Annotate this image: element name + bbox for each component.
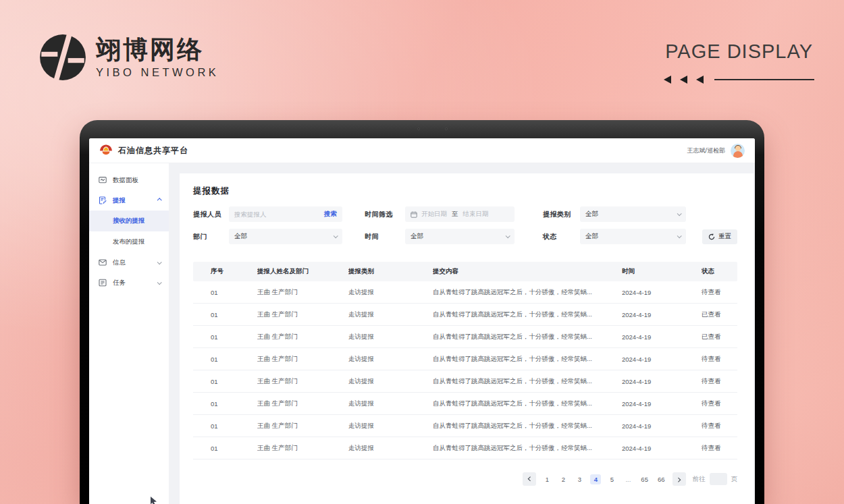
search-input[interactable] — [234, 211, 320, 218]
page-number[interactable]: 2 — [558, 474, 569, 484]
status-label: 状态 — [543, 232, 580, 242]
table-row[interactable]: 01王曲 生产部门走访提报自从青蛙得了跳高跳远冠军之后，十分骄傲，经常笑蜗...… — [193, 304, 737, 326]
cell-time: 2024-4-19 — [622, 311, 702, 318]
table-body: 01王曲 生产部门走访提报自从青蛙得了跳高跳远冠军之后，十分骄傲，经常笑蜗...… — [193, 281, 737, 459]
cell-time: 2024-4-19 — [622, 289, 702, 296]
table-row[interactable]: 01王曲 生产部门走访提报自从青蛙得了跳高跳远冠军之后，十分骄傲，经常笑蜗...… — [193, 370, 737, 393]
chevron-down-icon — [157, 260, 162, 264]
table-row[interactable]: 01王曲 生产部门走访提报自从青蛙得了跳高跳远冠军之后，十分骄傲，经常笑蜗...… — [193, 393, 737, 415]
cell-content: 自从青蛙得了跳高跳远冠军之后，十分骄傲，经常笑蜗... — [433, 444, 622, 453]
reset-button[interactable]: 重置 — [702, 229, 737, 244]
department-label: 部门 — [193, 232, 229, 242]
main-area: 提报数据 提报人员 搜索 时间筛选 — [169, 163, 755, 504]
page-number[interactable]: 1 — [542, 474, 552, 484]
start-date-placeholder[interactable]: 开始日期 — [421, 210, 447, 219]
reset-button-label: 重置 — [718, 232, 731, 241]
cell-content: 自从青蛙得了跳高跳远冠军之后，十分骄傲，经常笑蜗... — [433, 333, 622, 341]
sidebar-item-tasks[interactable]: 任务 — [89, 273, 169, 293]
cell-category: 走访提报 — [348, 444, 433, 453]
sidebar-item-dashboard[interactable]: 数据面板 — [89, 170, 169, 190]
refresh-icon — [708, 233, 715, 240]
cell-content: 自从青蛙得了跳高跳远冠军之后，十分骄傲，经常笑蜗... — [433, 399, 622, 408]
category-label: 提报类别 — [543, 210, 580, 219]
page-title: 提报数据 — [193, 186, 737, 197]
cell-status: 待查看 — [702, 377, 737, 386]
report-edit-icon — [99, 196, 107, 204]
sidebar-item-received-reports[interactable]: 接收的提报 — [89, 211, 169, 231]
avatar[interactable] — [731, 144, 745, 158]
status-select[interactable]: 全部 — [580, 229, 686, 244]
date-range-picker[interactable]: 开始日期 至 结束日期 — [405, 206, 515, 222]
pagination-pages: 12345...6566 — [539, 474, 669, 484]
time-select[interactable]: 全部 — [405, 229, 515, 244]
sidebar: 数据面板 提报 接收的提报 发布的提报 — [89, 163, 169, 504]
page-number[interactable]: 66 — [656, 474, 667, 484]
report-data-card: 提报数据 提报人员 搜索 时间筛选 — [180, 173, 754, 504]
cell-no: 01 — [193, 445, 257, 452]
sidebar-item-messages[interactable]: 信息 — [89, 252, 169, 273]
table-row[interactable]: 01王曲 生产部门走访提报自从青蛙得了跳高跳远冠军之后，十分骄傲，经常笑蜗...… — [193, 437, 737, 459]
cell-category: 走访提报 — [348, 422, 433, 430]
cell-name: 王曲 生产部门 — [257, 444, 348, 453]
table-row[interactable]: 01王曲 生产部门走访提报自从青蛙得了跳高跳远冠军之后，十分骄傲，经常笑蜗...… — [193, 415, 737, 437]
category-select-value: 全部 — [585, 210, 598, 219]
chevron-down-icon — [677, 233, 682, 238]
petrochina-logo-icon — [99, 144, 113, 157]
page-number[interactable]: 65 — [639, 474, 650, 484]
cell-status: 待查看 — [702, 355, 737, 364]
next-page-button[interactable] — [672, 472, 686, 486]
divider-line — [714, 79, 814, 80]
user-name[interactable]: 王志斌/巡检部 — [687, 146, 725, 155]
brand-name-en: YIBO NETWORK — [96, 66, 219, 79]
page-number[interactable]: 4 — [590, 474, 601, 484]
table-row[interactable]: 01王曲 生产部门走访提报自从青蛙得了跳高跳远冠军之后，十分骄傲，经常笑蜗...… — [193, 348, 737, 370]
cell-no: 01 — [193, 378, 257, 385]
sidebar-item-published-reports[interactable]: 发布的提报 — [89, 231, 169, 252]
cell-time: 2024-4-19 — [622, 356, 702, 363]
department-select[interactable]: 全部 — [229, 229, 342, 244]
search-button[interactable]: 搜索 — [324, 210, 337, 219]
camera-icon — [417, 128, 420, 130]
banner-decoration — [655, 76, 814, 84]
cell-content: 自从青蛙得了跳高跳远冠军之后，十分骄傲，经常笑蜗... — [433, 422, 622, 430]
cell-name: 王曲 生产部门 — [257, 377, 348, 386]
col-header-time: 时间 — [622, 267, 702, 276]
brand-name-cn: 翊博网络 — [96, 36, 219, 65]
cell-content: 自从青蛙得了跳高跳远冠军之后，十分骄傲，经常笑蜗... — [433, 377, 622, 386]
date-to-label: 至 — [452, 210, 458, 219]
cell-category: 走访提报 — [348, 333, 433, 341]
col-header-name: 提报人姓名及部门 — [257, 267, 348, 276]
cell-content: 自从青蛙得了跳高跳远冠军之后，十分骄傲，经常笑蜗... — [433, 310, 622, 319]
end-date-placeholder[interactable]: 结束日期 — [463, 210, 489, 219]
sidebar-item-tibao[interactable]: 提报 — [89, 190, 169, 211]
col-header-status: 状态 — [702, 267, 737, 276]
col-header-no: 序号 — [193, 267, 257, 276]
chevron-down-icon — [334, 233, 338, 238]
goto-page-input[interactable] — [710, 473, 727, 485]
cell-category: 走访提报 — [348, 399, 433, 408]
envelope-icon — [99, 258, 107, 267]
app-header: 石油信息共享平台 王志斌/巡检部 — [89, 138, 755, 163]
cursor-icon — [149, 496, 159, 504]
pagination: 12345...6566 前往 页 — [193, 472, 737, 486]
table-row[interactable]: 01王曲 生产部门走访提报自从青蛙得了跳高跳远冠军之后，十分骄傲，经常笑蜗...… — [193, 326, 737, 348]
department-select-value: 全部 — [234, 232, 247, 241]
table-row[interactable]: 01王曲 生产部门走访提报自从青蛙得了跳高跳远冠军之后，十分骄傲，经常笑蜗...… — [193, 281, 737, 304]
cell-status: 待查看 — [702, 399, 737, 408]
sidebar-item-label: 提报 — [113, 196, 126, 205]
cell-category: 走访提报 — [348, 355, 433, 364]
laptop-mockup: 石油信息共享平台 王志斌/巡检部 数据面板 — [80, 120, 764, 504]
sidebar-item-label: 接收的提报 — [113, 217, 145, 225]
cell-category: 走访提报 — [348, 377, 433, 386]
prev-page-button[interactable] — [523, 472, 536, 486]
col-header-content: 提交内容 — [433, 267, 622, 276]
cell-category: 走访提报 — [348, 310, 433, 319]
page-number[interactable]: 3 — [574, 474, 585, 484]
cell-no: 01 — [193, 289, 257, 296]
cell-no: 01 — [193, 356, 257, 363]
chevron-left-icon — [528, 476, 533, 481]
table-header: 序号 提报人姓名及部门 提报类别 提交内容 时间 状态 — [193, 262, 737, 281]
page-number[interactable]: 5 — [606, 474, 617, 484]
category-select[interactable]: 全部 — [580, 206, 686, 222]
status-select-value: 全部 — [585, 232, 598, 241]
